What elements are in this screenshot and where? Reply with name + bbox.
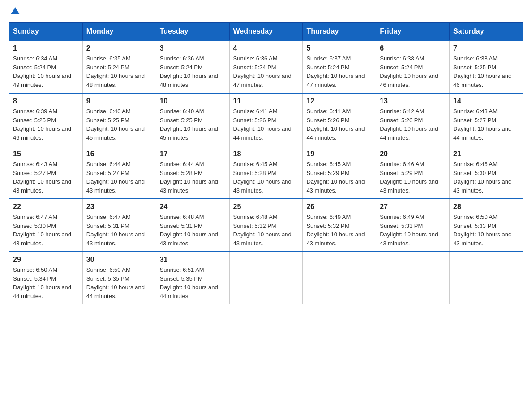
calendar-day-20: 20 Sunrise: 6:46 AMSunset: 5:29 PMDaylig… bbox=[376, 146, 450, 199]
day-number: 11 bbox=[233, 97, 299, 105]
day-info: Sunrise: 6:34 AMSunset: 5:24 PMDaylight:… bbox=[13, 54, 79, 89]
day-number: 14 bbox=[453, 97, 519, 105]
weekday-header-friday: Friday bbox=[376, 23, 450, 41]
calendar-day-22: 22 Sunrise: 6:47 AMSunset: 5:30 PMDaylig… bbox=[9, 199, 83, 252]
calendar-table: SundayMondayTuesdayWednesdayThursdayFrid… bbox=[9, 22, 523, 304]
day-info: Sunrise: 6:50 AMSunset: 5:35 PMDaylight:… bbox=[86, 265, 152, 300]
calendar-header: SundayMondayTuesdayWednesdayThursdayFrid… bbox=[9, 23, 523, 41]
day-info: Sunrise: 6:37 AMSunset: 5:24 PMDaylight:… bbox=[306, 54, 372, 89]
day-info: Sunrise: 6:43 AMSunset: 5:27 PMDaylight:… bbox=[13, 160, 79, 195]
day-info: Sunrise: 6:48 AMSunset: 5:31 PMDaylight:… bbox=[160, 213, 226, 248]
day-number: 22 bbox=[13, 203, 79, 211]
calendar-day-29: 29 Sunrise: 6:50 AMSunset: 5:34 PMDaylig… bbox=[9, 252, 83, 304]
day-info: Sunrise: 6:44 AMSunset: 5:27 PMDaylight:… bbox=[86, 160, 152, 195]
day-number: 1 bbox=[13, 44, 79, 52]
day-info: Sunrise: 6:45 AMSunset: 5:29 PMDaylight:… bbox=[306, 160, 372, 195]
calendar-day-7: 7 Sunrise: 6:38 AMSunset: 5:25 PMDayligh… bbox=[450, 40, 523, 93]
weekday-header-sunday: Sunday bbox=[9, 23, 83, 41]
day-number: 15 bbox=[13, 150, 79, 158]
empty-cell bbox=[376, 252, 450, 304]
day-info: Sunrise: 6:41 AMSunset: 5:26 PMDaylight:… bbox=[233, 107, 299, 142]
calendar-day-28: 28 Sunrise: 6:50 AMSunset: 5:33 PMDaylig… bbox=[450, 199, 523, 252]
day-info: Sunrise: 6:38 AMSunset: 5:25 PMDaylight:… bbox=[453, 54, 519, 89]
day-number: 20 bbox=[380, 150, 446, 158]
calendar-day-8: 8 Sunrise: 6:39 AMSunset: 5:25 PMDayligh… bbox=[9, 93, 83, 146]
page-header bbox=[9, 9, 523, 14]
day-info: Sunrise: 6:39 AMSunset: 5:25 PMDaylight:… bbox=[13, 107, 79, 142]
day-info: Sunrise: 6:48 AMSunset: 5:32 PMDaylight:… bbox=[233, 213, 299, 248]
calendar-day-15: 15 Sunrise: 6:43 AMSunset: 5:27 PMDaylig… bbox=[9, 146, 83, 199]
day-info: Sunrise: 6:41 AMSunset: 5:26 PMDaylight:… bbox=[306, 107, 372, 142]
calendar-day-23: 23 Sunrise: 6:47 AMSunset: 5:31 PMDaylig… bbox=[82, 199, 156, 252]
day-number: 21 bbox=[453, 150, 519, 158]
calendar-day-17: 17 Sunrise: 6:44 AMSunset: 5:28 PMDaylig… bbox=[156, 146, 229, 199]
calendar-day-24: 24 Sunrise: 6:48 AMSunset: 5:31 PMDaylig… bbox=[156, 199, 229, 252]
calendar-day-31: 31 Sunrise: 6:51 AMSunset: 5:35 PMDaylig… bbox=[156, 252, 229, 304]
day-number: 13 bbox=[380, 97, 446, 105]
calendar-day-30: 30 Sunrise: 6:50 AMSunset: 5:35 PMDaylig… bbox=[82, 252, 156, 304]
day-info: Sunrise: 6:47 AMSunset: 5:30 PMDaylight:… bbox=[13, 213, 79, 248]
empty-cell bbox=[450, 252, 523, 304]
day-number: 27 bbox=[380, 203, 446, 211]
empty-cell bbox=[303, 252, 376, 304]
calendar-day-21: 21 Sunrise: 6:46 AMSunset: 5:30 PMDaylig… bbox=[450, 146, 523, 199]
weekday-header-thursday: Thursday bbox=[303, 23, 376, 41]
day-number: 17 bbox=[160, 150, 226, 158]
day-number: 24 bbox=[160, 203, 226, 211]
weekday-header-monday: Monday bbox=[82, 23, 156, 41]
day-info: Sunrise: 6:40 AMSunset: 5:25 PMDaylight:… bbox=[160, 107, 226, 142]
day-info: Sunrise: 6:49 AMSunset: 5:32 PMDaylight:… bbox=[306, 213, 372, 248]
day-number: 10 bbox=[160, 97, 226, 105]
calendar-day-9: 9 Sunrise: 6:40 AMSunset: 5:25 PMDayligh… bbox=[82, 93, 156, 146]
calendar-day-18: 18 Sunrise: 6:45 AMSunset: 5:28 PMDaylig… bbox=[229, 146, 303, 199]
day-info: Sunrise: 6:42 AMSunset: 5:26 PMDaylight:… bbox=[380, 107, 446, 142]
calendar-day-27: 27 Sunrise: 6:49 AMSunset: 5:33 PMDaylig… bbox=[376, 199, 450, 252]
day-number: 18 bbox=[233, 150, 299, 158]
day-info: Sunrise: 6:46 AMSunset: 5:30 PMDaylight:… bbox=[453, 160, 519, 195]
day-number: 26 bbox=[306, 203, 372, 211]
calendar-day-12: 12 Sunrise: 6:41 AMSunset: 5:26 PMDaylig… bbox=[303, 93, 376, 146]
day-number: 31 bbox=[160, 256, 226, 264]
calendar-day-11: 11 Sunrise: 6:41 AMSunset: 5:26 PMDaylig… bbox=[229, 93, 303, 146]
day-number: 2 bbox=[86, 44, 152, 52]
day-info: Sunrise: 6:47 AMSunset: 5:31 PMDaylight:… bbox=[86, 213, 152, 248]
day-info: Sunrise: 6:44 AMSunset: 5:28 PMDaylight:… bbox=[160, 160, 226, 195]
day-number: 9 bbox=[86, 97, 152, 105]
calendar-day-13: 13 Sunrise: 6:42 AMSunset: 5:26 PMDaylig… bbox=[376, 93, 450, 146]
day-info: Sunrise: 6:50 AMSunset: 5:33 PMDaylight:… bbox=[453, 213, 519, 248]
day-info: Sunrise: 6:36 AMSunset: 5:24 PMDaylight:… bbox=[233, 54, 299, 89]
day-number: 12 bbox=[306, 97, 372, 105]
day-number: 23 bbox=[86, 203, 152, 211]
calendar-day-1: 1 Sunrise: 6:34 AMSunset: 5:24 PMDayligh… bbox=[9, 40, 83, 93]
day-info: Sunrise: 6:49 AMSunset: 5:33 PMDaylight:… bbox=[380, 213, 446, 248]
calendar-day-16: 16 Sunrise: 6:44 AMSunset: 5:27 PMDaylig… bbox=[82, 146, 156, 199]
day-number: 4 bbox=[233, 44, 299, 52]
day-info: Sunrise: 6:46 AMSunset: 5:29 PMDaylight:… bbox=[380, 160, 446, 195]
day-info: Sunrise: 6:40 AMSunset: 5:25 PMDaylight:… bbox=[86, 107, 152, 142]
day-info: Sunrise: 6:38 AMSunset: 5:24 PMDaylight:… bbox=[380, 54, 446, 89]
calendar-day-6: 6 Sunrise: 6:38 AMSunset: 5:24 PMDayligh… bbox=[376, 40, 450, 93]
day-number: 30 bbox=[86, 256, 152, 264]
calendar-day-4: 4 Sunrise: 6:36 AMSunset: 5:24 PMDayligh… bbox=[229, 40, 303, 93]
weekday-header-wednesday: Wednesday bbox=[229, 23, 303, 41]
calendar-day-25: 25 Sunrise: 6:48 AMSunset: 5:32 PMDaylig… bbox=[229, 199, 303, 252]
weekday-header-saturday: Saturday bbox=[450, 23, 523, 41]
day-number: 28 bbox=[453, 203, 519, 211]
day-number: 5 bbox=[306, 44, 372, 52]
weekday-header-tuesday: Tuesday bbox=[156, 23, 229, 41]
day-info: Sunrise: 6:43 AMSunset: 5:27 PMDaylight:… bbox=[453, 107, 519, 142]
day-number: 8 bbox=[13, 97, 79, 105]
calendar-day-10: 10 Sunrise: 6:40 AMSunset: 5:25 PMDaylig… bbox=[156, 93, 229, 146]
day-info: Sunrise: 6:51 AMSunset: 5:35 PMDaylight:… bbox=[160, 265, 226, 300]
calendar-day-19: 19 Sunrise: 6:45 AMSunset: 5:29 PMDaylig… bbox=[303, 146, 376, 199]
day-number: 3 bbox=[160, 44, 226, 52]
day-number: 25 bbox=[233, 203, 299, 211]
day-number: 16 bbox=[86, 150, 152, 158]
day-info: Sunrise: 6:50 AMSunset: 5:34 PMDaylight:… bbox=[13, 265, 79, 300]
day-info: Sunrise: 6:45 AMSunset: 5:28 PMDaylight:… bbox=[233, 160, 299, 195]
calendar-day-26: 26 Sunrise: 6:49 AMSunset: 5:32 PMDaylig… bbox=[303, 199, 376, 252]
calendar-day-5: 5 Sunrise: 6:37 AMSunset: 5:24 PMDayligh… bbox=[303, 40, 376, 93]
calendar-day-3: 3 Sunrise: 6:36 AMSunset: 5:24 PMDayligh… bbox=[156, 40, 229, 93]
calendar-day-14: 14 Sunrise: 6:43 AMSunset: 5:27 PMDaylig… bbox=[450, 93, 523, 146]
empty-cell bbox=[229, 252, 303, 304]
